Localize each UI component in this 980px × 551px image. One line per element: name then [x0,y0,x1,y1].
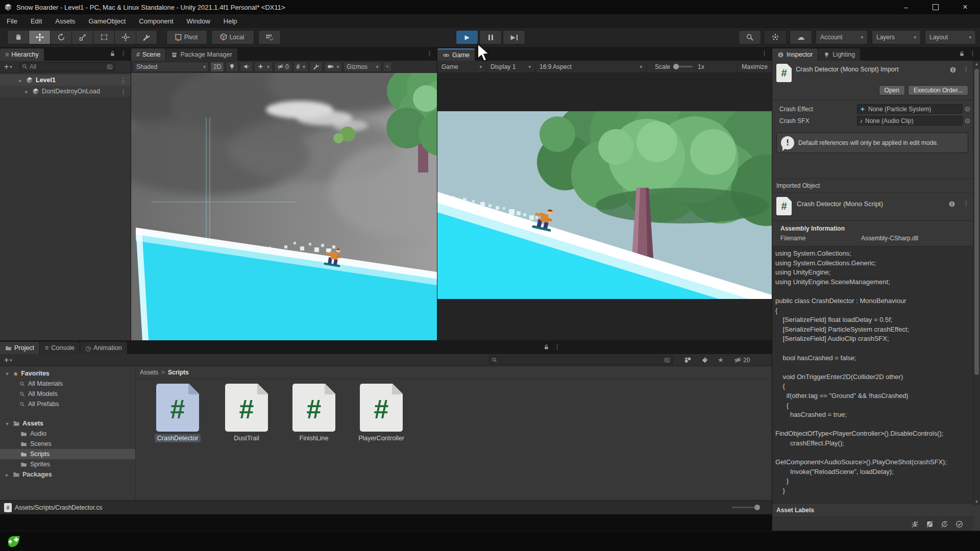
tree-folder-audio[interactable]: Audio [0,429,135,439]
scale-slider[interactable] [675,66,693,67]
expand-arrow-icon[interactable]: ▸ [23,89,30,94]
open-button[interactable]: Open [879,85,905,95]
menu-window[interactable]: Window [180,14,217,28]
crash-effect-object-field[interactable]: None (Particle System) [857,104,963,114]
scale-tool-button[interactable] [71,30,93,44]
tab-scene[interactable]: # Scene [131,48,165,61]
scrollbar-thumb[interactable] [974,69,979,375]
editor-search-button[interactable] [739,30,761,44]
favorites-filter-icon[interactable]: ★ [718,356,724,364]
crash-sfx-object-field[interactable]: ♪ None (Audio Clip) [857,116,963,126]
layers-dropdown[interactable]: Layers▾ [872,30,921,44]
shading-mode-dropdown[interactable]: Shaded▾ [133,62,209,72]
file-playercontroller[interactable]: # PlayerController [352,384,411,442]
kebab-menu-icon[interactable]: ⋮ [967,49,978,57]
scene-effects-dropdown[interactable]: ▾ [254,62,273,72]
asset-type-filter-icon[interactable] [684,356,692,364]
kebab-menu-icon[interactable]: ⋮ [552,343,562,350]
hierarchy-item-dontdestroyonload[interactable]: ▸ DontDestroyOnLoad ⋮ [0,86,131,97]
aspect-ratio-dropdown[interactable]: 16:9 Aspect▾ [535,61,647,73]
breadcrumb-current[interactable]: Scripts [168,369,189,376]
hidden-objects-toggle[interactable]: 0 [274,62,292,72]
kebab-menu-icon[interactable]: ⋮ [118,49,129,57]
hierarchy-item-level1[interactable]: ▸ Level1 ⋮ [0,74,131,86]
tree-all-prefabs[interactable]: All Prefabs [0,399,135,409]
custom-tool-button[interactable] [136,30,157,44]
inspector-scrollbar[interactable]: ▲ ▼ [973,61,980,505]
tree-favorites[interactable]: ▾ ★ Favorites [0,368,135,379]
scene-audio-toggle[interactable] [240,62,253,72]
scene-camera-dropdown[interactable]: ▾ [324,62,342,72]
scene-viewport[interactable] [131,73,437,340]
hierarchy-search-input[interactable]: All [19,62,115,71]
menu-file[interactable]: File [0,14,24,28]
menu-component[interactable]: Component [132,14,180,28]
scroll-down-icon[interactable]: ▼ [973,499,980,504]
menu-edit[interactable]: Edit [24,14,48,28]
scroll-up-icon[interactable]: ▲ [973,62,980,66]
tree-folder-scripts[interactable]: Scripts [0,449,135,459]
tab-lighting[interactable]: Lighting [818,48,860,61]
tree-all-materials[interactable]: All Materials [0,379,135,389]
maximize-on-play-button[interactable]: Maximize [737,61,772,73]
open-search-window-icon[interactable] [664,357,670,363]
game-display-mode-dropdown[interactable]: Game▾ [437,61,486,73]
kebab-menu-icon[interactable]: ⋮ [424,49,435,57]
hand-tool-button[interactable] [7,30,29,44]
tree-packages[interactable]: ▸ Packages [0,469,135,480]
local-toggle-button[interactable]: Local [211,30,254,44]
lock-icon[interactable] [543,343,550,350]
dropdown-arrow-icon[interactable]: ▾ [10,358,12,363]
display-dropdown[interactable]: Display 1▾ [486,61,535,73]
account-dropdown[interactable]: Account▾ [816,30,868,44]
close-button[interactable]: × [950,0,980,14]
kebab-menu-icon[interactable]: ⋮ [961,65,971,73]
kebab-menu-icon[interactable]: ⋮ [759,49,770,57]
layout-dropdown[interactable]: Layout▾ [925,30,976,44]
tab-console[interactable]: ≡ Console [40,342,80,354]
menu-gameobject[interactable]: GameObject [82,14,132,28]
tree-all-models[interactable]: All Models [0,389,135,399]
icon-size-slider[interactable] [732,507,758,508]
file-dusttrail[interactable]: # DustTrail [217,384,276,442]
progress-activity-button[interactable] [764,30,787,44]
expand-arrow-icon[interactable]: ▾ [4,421,10,427]
kebab-menu-icon[interactable]: ⋮ [118,77,129,84]
play-button[interactable]: ▶ [456,30,478,44]
open-search-window-icon[interactable] [107,64,113,70]
move-tool-button[interactable] [29,30,50,44]
plastic-scm-icon[interactable] [6,534,21,549]
rect-tool-button[interactable] [93,30,114,44]
expand-arrow-icon[interactable]: ▸ [4,472,10,478]
game-viewport[interactable] [437,73,772,340]
add-object-button[interactable]: + [4,62,9,71]
transform-tool-button[interactable] [114,30,136,44]
kebab-menu-icon[interactable]: ⋮ [961,199,971,207]
minimize-button[interactable]: – [891,0,921,14]
tab-hierarchy[interactable]: ≡ Hierarchy [0,48,44,61]
tab-package-manager[interactable]: Package Manager [166,48,237,61]
project-search-input[interactable] [489,356,673,365]
tree-folder-sprites[interactable]: Sprites [0,459,135,469]
dropdown-arrow-icon[interactable]: ▾ [10,64,12,69]
grid-snap-button[interactable] [258,30,281,44]
create-asset-button[interactable]: + [4,356,9,365]
grid-visibility-dropdown[interactable]: #▾ [293,62,308,72]
file-finishline[interactable]: # FinishLine [284,384,344,442]
execution-order-button[interactable]: Execution Order... [908,85,968,95]
menu-help[interactable]: Help [217,14,244,28]
bundle-disabled-icon[interactable] [926,520,934,528]
tab-inspector[interactable]: Inspector [772,48,818,61]
expand-arrow-icon[interactable]: ▾ [4,371,10,377]
breadcrumb-root[interactable]: Assets [140,369,158,376]
scene-search-input[interactable] [383,62,392,72]
maximize-button[interactable] [921,0,950,14]
debug-disabled-icon[interactable] [911,520,919,528]
expand-arrow-icon[interactable]: ▸ [17,78,23,83]
tab-project[interactable]: Project [0,342,39,354]
object-picker-icon[interactable]: ⊙ [965,117,970,124]
step-button[interactable]: ▶ [503,30,525,44]
tab-animation[interactable]: ◷ Animation [80,342,127,354]
help-icon[interactable] [949,66,957,73]
pause-button[interactable] [479,30,502,44]
